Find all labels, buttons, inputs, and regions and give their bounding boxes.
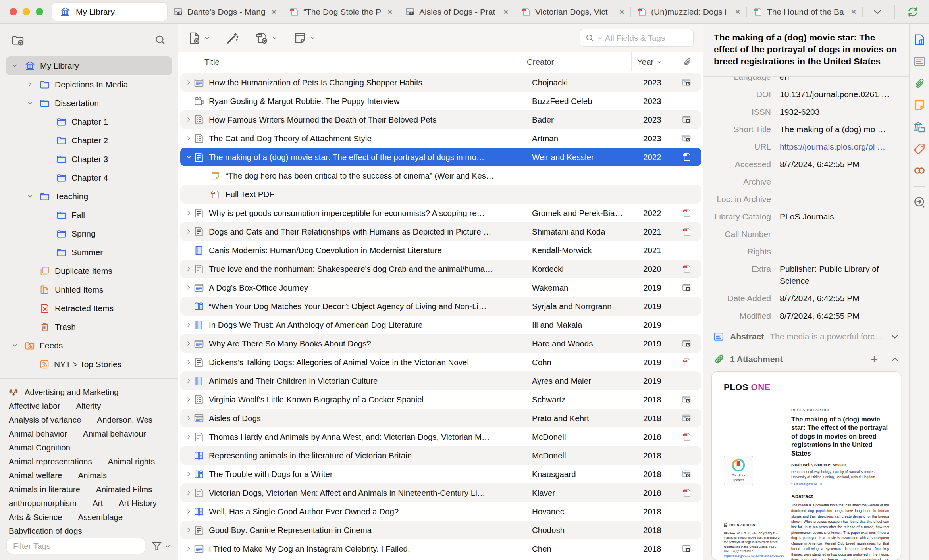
sidebar-item-unfiled-items[interactable]: Unfiled Items (0, 280, 178, 299)
tab-5[interactable]: (Un)muzzled: Dogs i× (631, 0, 747, 23)
table-row[interactable]: Virginia Woolf's Little-Known Biography … (180, 390, 701, 409)
add-attachment-button[interactable] (255, 31, 278, 45)
tag-item[interactable]: Animal Cognition (9, 443, 70, 452)
add-by-identifier-button[interactable] (226, 31, 239, 45)
tag-item[interactable]: Animal rights (108, 457, 155, 466)
attachments-section-header[interactable]: 1 Attachment + (703, 348, 909, 370)
sidebar-item-trash[interactable]: Trash (0, 318, 178, 336)
tag-item[interactable]: Animals in literature (9, 485, 80, 494)
tag-item[interactable]: Animal behaviour (83, 429, 146, 439)
tab-close-icon[interactable]: × (619, 7, 624, 17)
sidebar-item-chapter-3[interactable]: Chapter 3 (0, 150, 178, 168)
tab-3[interactable]: Aisles of Dogs - Prat× (399, 0, 515, 23)
tag-item[interactable]: Arts & Science (9, 512, 62, 522)
tab-my-library[interactable]: My Library (52, 3, 167, 21)
table-row[interactable]: Canis Modernis: Human/Dog Coevolution in… (180, 241, 701, 260)
tab-close-icon[interactable]: × (271, 7, 277, 17)
table-row[interactable]: Why is pet goods consumption imperceptib… (180, 204, 701, 222)
tab-1[interactable]: Dante's Dogs - Mang× (167, 0, 283, 23)
table-row[interactable]: I Tried to Make My Dog an Instagram Cele… (180, 539, 701, 558)
zoom-window-button[interactable] (36, 8, 43, 15)
sidebar-item-retracted-items[interactable]: Retracted Items (0, 299, 178, 318)
table-row[interactable]: Ryan Gosling & Margot Robbie: The Puppy … (180, 92, 701, 110)
tag-item[interactable]: anthropomorphism (9, 498, 77, 508)
year-column-header[interactable]: Year (632, 52, 671, 71)
tab-6[interactable]: The Hound of the Ba× (747, 0, 863, 23)
close-window-button[interactable] (10, 8, 17, 15)
field-value[interactable]: https://journals.plos.org/pl … (780, 138, 885, 156)
tab-4[interactable]: Victorian Dogs, Vict× (515, 0, 631, 23)
tab-close-icon[interactable]: × (735, 7, 740, 17)
tag-item[interactable]: Animals (78, 471, 107, 480)
abstract-section[interactable]: Abstract The media is a powerful forc… (703, 325, 909, 348)
table-row[interactable]: Dogs and Cats and Their Relationships wi… (180, 222, 701, 241)
table-row[interactable]: Why Are There So Many Books About Dogs?H… (180, 334, 701, 353)
sidebar-item-depictions-in-media[interactable]: Depictions In Media (0, 75, 178, 94)
tag-item[interactable]: Animal welfare (9, 471, 62, 480)
tab-overflow-chevron-down-icon[interactable] (872, 7, 883, 17)
table-row[interactable]: How Famous Writers Mourned the Death of … (180, 110, 701, 129)
tag-filter-chevron-down-icon[interactable] (164, 543, 171, 549)
table-row[interactable]: The Cat-and-Dog Theory of Attachment Sty… (180, 129, 701, 148)
sidebar-item-chapter-2[interactable]: Chapter 2 (0, 131, 178, 150)
sidebar-item-nyt-top-stories[interactable]: NYT > Top Stories (0, 355, 178, 373)
search-scope-chevron-down-icon[interactable] (597, 35, 603, 40)
table-row[interactable]: How the Humanization of Pets Is Changing… (180, 73, 701, 92)
table-row[interactable]: Animals and Their Children in Victorian … (180, 371, 701, 390)
tag-item[interactable]: Babyfication of dogs (9, 526, 82, 536)
table-row[interactable]: “When Your Dog Matches Your Decor”: Obje… (180, 297, 701, 316)
sidebar-item-dissertation[interactable]: Dissertation (0, 94, 178, 112)
sidenav-notes-icon[interactable] (913, 99, 926, 112)
tag-item[interactable]: Animated Films (96, 485, 152, 494)
new-collection-icon[interactable] (11, 33, 25, 47)
sidenav-info-icon[interactable] (913, 33, 926, 46)
tag-item[interactable]: Animal behavior (9, 429, 67, 439)
sidenav-attachments-icon[interactable] (913, 77, 926, 90)
sidebar-item-my-library[interactable]: My Library (6, 56, 172, 75)
tag-item[interactable]: Animal representations (9, 457, 92, 466)
attachment-column-header[interactable] (671, 52, 703, 71)
new-item-button[interactable] (188, 31, 210, 45)
tag-item[interactable]: 🐶Advertising and Marketing (9, 387, 119, 397)
tag-item[interactable]: Affective labor (9, 401, 60, 411)
tag-item[interactable]: Anderson, Wes (97, 415, 152, 425)
table-row[interactable]: Victorian Dogs, Victorian Men: Affect an… (180, 483, 701, 502)
sidebar-item-duplicate-items[interactable]: Duplicate Items (0, 262, 178, 280)
sidenav-libraries-icon[interactable] (913, 121, 926, 133)
sidebar-item-chapter-1[interactable]: Chapter 1 (0, 112, 178, 131)
tab-close-icon[interactable]: × (503, 7, 509, 17)
attachment-preview-card[interactable]: PLOS ONE Check for updates OPEN ACCESS C… (711, 371, 901, 560)
attachments-collapse-chevron-up-icon[interactable] (890, 354, 900, 364)
table-row[interactable]: Good Boy: Canine Representation in Cinem… (180, 521, 701, 539)
table-row[interactable]: Dickens's Talking Dogs: Allegories of An… (180, 353, 701, 371)
tab-close-icon[interactable]: × (387, 7, 393, 17)
sidenav-tags-icon[interactable] (913, 142, 926, 155)
add-attachment-plus-icon[interactable]: + (871, 353, 878, 365)
sidebar-item-feeds[interactable]: Feeds (0, 336, 178, 355)
tag-item[interactable]: Alterity (76, 401, 101, 411)
tag-item[interactable]: Analysis of variance (9, 415, 81, 425)
tag-item[interactable]: Art History (119, 498, 157, 508)
sidebar-item-fall[interactable]: Fall (0, 206, 178, 224)
table-row[interactable]: Representing animals in the literature o… (180, 446, 701, 465)
abstract-expand-chevron-down-icon[interactable] (890, 332, 900, 341)
table-row[interactable]: The Trouble with Dogs for a WriterKnausg… (180, 465, 701, 483)
tab-close-icon[interactable]: × (851, 7, 856, 17)
table-row[interactable]: True love and the nonhuman: Shakespeare'… (180, 260, 701, 278)
tab-2[interactable]: “The Dog Stole the P× (283, 0, 399, 23)
sync-icon[interactable] (907, 6, 919, 18)
sidenav-abstract-icon[interactable] (913, 55, 926, 68)
search-input[interactable] (605, 33, 688, 43)
minimize-window-button[interactable] (23, 8, 30, 15)
table-row[interactable]: “The dog hero has been critical to the s… (180, 166, 701, 185)
title-column-header[interactable]: Title (178, 52, 520, 71)
sidenav-locate-icon[interactable] (913, 196, 926, 208)
sidebar-item-summer[interactable]: Summer (0, 243, 178, 262)
sidebar-item-teaching[interactable]: Teaching (0, 187, 178, 206)
filter-tags-input[interactable] (6, 538, 145, 554)
sidebar-item-chapter-4[interactable]: Chapter 4 (0, 168, 178, 187)
table-row[interactable]: The making of a (dog) movie star: The ef… (180, 148, 701, 166)
table-row[interactable]: Well, Has a Single Good Author Ever Owne… (180, 502, 701, 521)
table-row[interactable]: Aisles of DogsPrato and Kehrt2018 (180, 409, 701, 427)
sidebar-item-spring[interactable]: Spring (0, 224, 178, 243)
